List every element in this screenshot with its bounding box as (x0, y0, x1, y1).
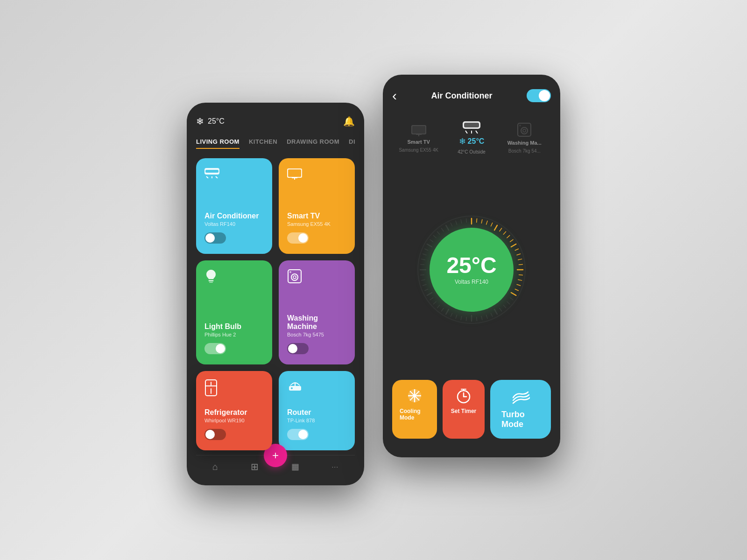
svg-line-91 (446, 225, 449, 230)
svg-line-59 (503, 305, 506, 308)
device-card-fridge[interactable]: Refrigerator Whirlpool WR190 (196, 371, 272, 450)
svg-line-67 (466, 317, 467, 321)
svg-line-64 (481, 316, 482, 320)
tab-drawing-room[interactable]: DRAWING ROOM (287, 138, 339, 149)
svg-line-49 (518, 259, 522, 260)
light-toggle[interactable] (204, 343, 226, 354)
tab-living-room[interactable]: LIVING ROOM (196, 138, 240, 149)
washer-toggle[interactable] (287, 343, 309, 354)
phone-ac-detail: ‹ Air Conditioner Smart TV Samsung EX55 … (383, 75, 560, 457)
light-name: Light Bulb (204, 322, 264, 331)
device-card-tv[interactable]: Smart TV Samsung EX55 4K (279, 158, 355, 254)
svg-rect-23 (412, 126, 425, 133)
temperature-display: 25°C (208, 117, 225, 126)
svg-line-57 (510, 297, 513, 300)
back-button[interactable]: ‹ (392, 88, 397, 104)
detail-title: Air Conditioner (431, 91, 493, 101)
ac-name: Air Conditioner (204, 212, 264, 220)
device-card-light[interactable]: Light Bulb Phillips Hue 2 (196, 260, 272, 365)
svg-line-79 (421, 280, 425, 280)
ac-toggle[interactable] (204, 232, 226, 244)
svg-line-60 (500, 308, 502, 311)
svg-line-40 (491, 223, 492, 226)
svg-line-28 (465, 131, 467, 133)
weather-info: ❄ 25°C (196, 116, 225, 127)
fridge-model: Whirlpool WR190 (204, 418, 264, 423)
nav-grid-icon[interactable]: ⊞ (251, 461, 259, 472)
svg-line-74 (433, 301, 436, 304)
svg-rect-4 (205, 170, 218, 173)
svg-line-53 (518, 280, 522, 280)
svg-line-95 (466, 218, 467, 222)
fridge-toggle[interactable] (204, 429, 226, 440)
svg-line-56 (511, 293, 516, 295)
turbo-mode-button[interactable]: Turbo Mode (490, 380, 551, 439)
svg-line-90 (441, 228, 444, 231)
svg-line-65 (477, 317, 477, 321)
carousel-item-tv[interactable]: Smart TV Samsung EX55 4K (392, 123, 445, 153)
tab-kitchen[interactable]: KITCHEN (249, 138, 277, 149)
svg-line-84 (423, 254, 426, 255)
svg-point-32 (521, 127, 528, 134)
svg-line-83 (421, 259, 425, 260)
svg-line-76 (427, 293, 432, 295)
mode-buttons: Cooling Mode Set Timer (392, 380, 551, 448)
tv-toggle[interactable] (287, 232, 309, 244)
svg-point-20 (291, 387, 293, 389)
carousel-item-ac[interactable]: ❄ 25°C 42°C Outside (445, 121, 498, 154)
svg-point-101 (413, 394, 416, 397)
svg-line-73 (437, 305, 439, 308)
notification-bell-icon[interactable]: 🔔 (343, 116, 355, 127)
svg-rect-10 (209, 282, 213, 283)
tv-icon (287, 167, 346, 183)
svg-line-54 (517, 284, 521, 285)
nav-more-icon[interactable]: ··· (331, 463, 338, 470)
ac-icon (204, 167, 264, 182)
svg-line-68 (461, 316, 462, 320)
thermostat-dial[interactable]: 25°C Voltas RF140 (416, 214, 528, 326)
device-card-router[interactable]: Router TP-Link 878 (279, 371, 355, 450)
svg-line-30 (476, 131, 478, 133)
router-name: Router (287, 408, 346, 417)
svg-line-78 (423, 284, 426, 285)
svg-rect-34 (519, 125, 521, 126)
carousel-ac-outside: 42°C Outside (458, 149, 486, 154)
fridge-name: Refrigerator (204, 408, 264, 417)
nav-home-icon[interactable]: ⌂ (212, 462, 218, 472)
tab-dining[interactable]: DIN... (349, 138, 355, 149)
svg-line-71 (446, 309, 449, 314)
svg-rect-6 (288, 169, 301, 177)
svg-line-80 (421, 274, 424, 275)
device-carousel: Smart TV Samsung EX55 4K ❄ 25°C 42°C Out… (392, 117, 551, 159)
dial-model: Voltas RF140 (455, 279, 488, 285)
svg-rect-27 (464, 123, 479, 127)
carousel-tv-name: Smart TV (408, 139, 430, 145)
timer-mode-label: Set Timer (451, 408, 476, 414)
svg-line-41 (494, 225, 497, 230)
nav-chart-icon[interactable]: ▦ (291, 462, 299, 472)
fridge-icon (204, 379, 264, 398)
detail-header: ‹ Air Conditioner (392, 84, 551, 107)
snowflake-icon: ❄ (196, 116, 204, 127)
svg-line-69 (456, 315, 457, 319)
router-toggle[interactable] (287, 429, 309, 440)
device-card-washer[interactable]: Washing Machine Bosch 7kg 5475 (279, 260, 355, 365)
device-card-ac[interactable]: Air Conditioner Voltas RF140 (196, 158, 272, 254)
svg-line-44 (507, 235, 510, 238)
svg-line-1 (206, 176, 208, 178)
svg-line-39 (486, 221, 487, 224)
svg-line-62 (491, 313, 492, 316)
carousel-item-washer[interactable]: Washing Ma... Bosch 7kg 54... (498, 122, 551, 154)
timer-mode-button[interactable]: Set Timer (443, 380, 485, 439)
svg-line-88 (433, 235, 436, 238)
washer-name: Washing Machine (287, 314, 346, 331)
washer-icon (287, 269, 346, 286)
svg-line-50 (519, 264, 522, 265)
svg-line-87 (430, 239, 433, 242)
tv-model: Samsung EX55 4K (287, 221, 346, 227)
dial-temperature: 25°C (446, 254, 496, 277)
cooling-mode-button[interactable]: Cooling Mode (392, 380, 437, 439)
svg-line-92 (451, 223, 452, 226)
power-toggle[interactable] (527, 89, 551, 102)
svg-line-48 (517, 254, 521, 255)
